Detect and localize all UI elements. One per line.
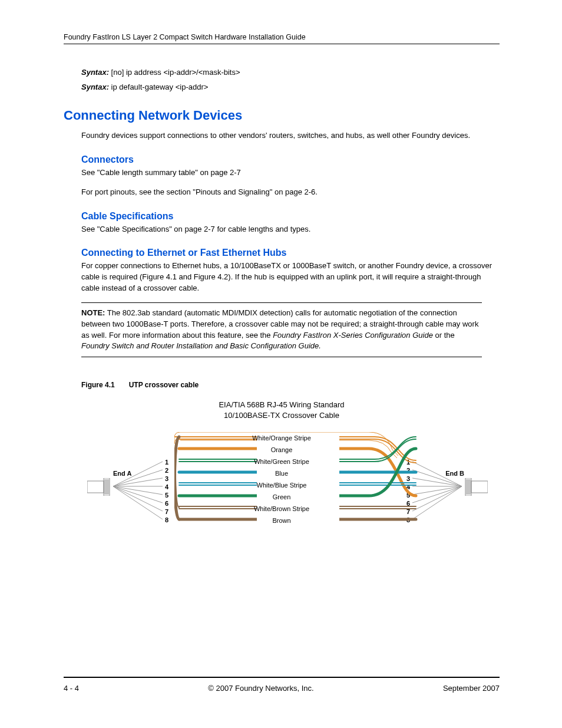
note-rule-bottom	[81, 357, 482, 357]
heading-cable-spec: Cable Specifications	[81, 211, 500, 222]
heading-main: Connecting Network Devices	[64, 108, 500, 123]
syntax-label: Syntax:	[81, 83, 109, 91]
footer-date: September 2007	[443, 684, 500, 693]
ethernet-hubs-p1: For copper connections to Ethernet hubs,…	[81, 261, 500, 294]
figure-number: Figure 4.1	[81, 381, 115, 389]
running-header: Foundry FastIron LS Layer 2 Compact Swit…	[64, 33, 500, 44]
footer-rule	[64, 677, 500, 678]
connectors-p2: For port pinouts, see the section "Pinou…	[81, 187, 500, 198]
syntax-text-1: [no] ip address <ip-addr>/<mask-bits>	[109, 68, 240, 77]
note-text-b: or the	[433, 331, 455, 340]
heading-connectors: Connectors	[81, 154, 500, 165]
wire-labels: White/Orange Stripe Orange White/Green S…	[81, 432, 482, 526]
note-block: NOTE: The 802.3ab standard (automatic MD…	[81, 302, 482, 357]
cable-spec-p1: See "Cable Specifications" on page 2-7 f…	[81, 224, 500, 235]
diagram-title: EIA/TIA 568B RJ-45 Wiring Standard 10/10…	[81, 400, 482, 421]
syntax-line-2: Syntax: ip default-gateway <ip-addr>	[81, 83, 500, 91]
syntax-text-2: ip default-gateway <ip-addr>	[109, 83, 208, 91]
note-ref-2: Foundry Switch and Router Installation a…	[81, 341, 321, 350]
figure-title: UTP crossover cable	[129, 381, 199, 389]
header-rule	[64, 44, 500, 44]
page-footer: 4 - 4 © 2007 Foundry Networks, Inc. Sept…	[64, 677, 500, 693]
connectors-p1: See "Cable length summary table" on page…	[81, 167, 500, 179]
footer-page-number: 4 - 4	[64, 684, 79, 693]
figure-diagram: EIA/TIA 568B RJ-45 Wiring Standard 10/10…	[81, 400, 482, 555]
footer-copyright: © 2007 Foundry Networks, Inc.	[208, 684, 313, 693]
note-ref-1: Foundry FastIron X-Series Configuration …	[273, 331, 433, 340]
note-body: NOTE: The 802.3ab standard (automatic MD…	[81, 303, 482, 357]
note-label: NOTE:	[81, 308, 105, 317]
syntax-label: Syntax:	[81, 68, 109, 77]
intro-paragraph: Foundry devices support connections to o…	[81, 130, 500, 141]
figure-caption: Figure 4.1UTP crossover cable	[81, 381, 500, 389]
syntax-line-1: Syntax: [no] ip address <ip-addr>/<mask-…	[81, 68, 500, 77]
heading-ethernet-hubs: Connecting to Ethernet or Fast Ethernet …	[81, 248, 500, 258]
